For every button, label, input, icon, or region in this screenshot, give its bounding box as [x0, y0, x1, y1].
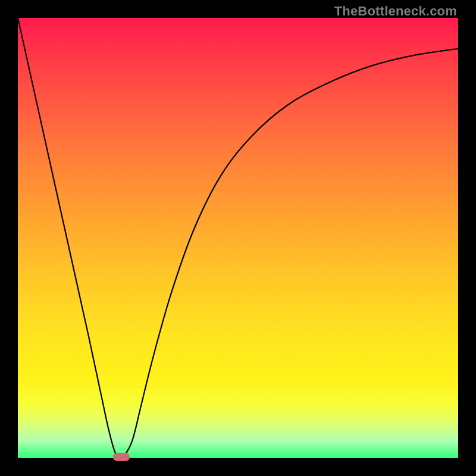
watermark-text: TheBottleneck.com: [334, 4, 457, 19]
chart-frame: TheBottleneck.com: [0, 0, 476, 476]
optimal-marker: [113, 453, 130, 461]
plot-area: [18, 18, 458, 458]
y-axis-border: [0, 0, 18, 476]
bottleneck-curve: [18, 18, 458, 458]
x-axis-border: [0, 458, 476, 476]
